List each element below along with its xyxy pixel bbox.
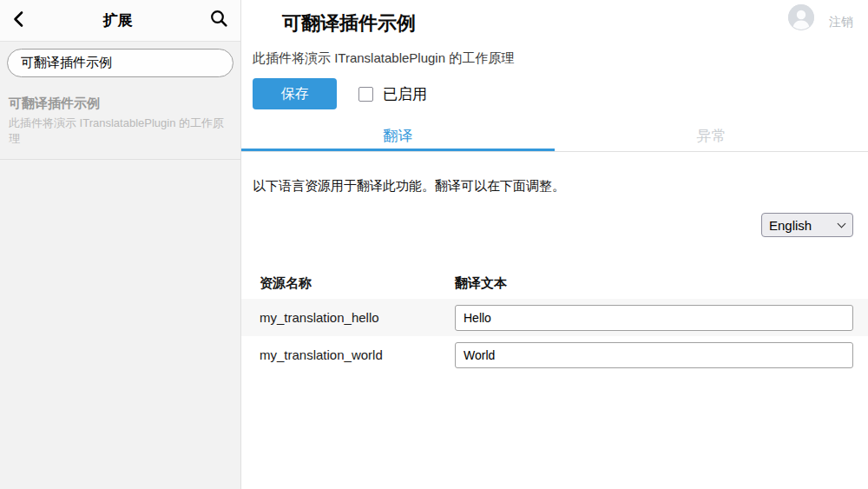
sidebar: 扩展 可翻译插件示例 此插件将演示 ITranslatablePlugin 的工… xyxy=(0,0,241,489)
translation-cell xyxy=(455,305,868,331)
resource-table: 资源名称 翻译文本 my_translation_hello my_transl… xyxy=(241,268,868,373)
tab-translations[interactable]: 翻译 xyxy=(241,121,555,151)
sidebar-search xyxy=(7,49,233,77)
translation-input-world[interactable] xyxy=(455,342,853,368)
controls-row: 保存 已启用 xyxy=(253,78,868,109)
translation-input-hello[interactable] xyxy=(455,305,853,331)
enabled-checkbox-label: 已启用 xyxy=(383,84,427,104)
table-row: my_translation_hello xyxy=(241,299,868,336)
enabled-checkbox[interactable] xyxy=(358,87,373,102)
enabled-checkbox-group[interactable]: 已启用 xyxy=(358,84,427,104)
page-title: 可翻译插件示例 xyxy=(282,10,788,36)
language-select-wrap: English xyxy=(761,213,853,237)
save-button[interactable]: 保存 xyxy=(253,78,337,109)
user-avatar-icon[interactable] xyxy=(788,4,814,30)
language-row: English xyxy=(241,213,868,237)
sidebar-plugin-item[interactable]: 可翻译插件示例 此插件将演示 ITranslatablePlugin 的工作原理 xyxy=(0,88,240,160)
column-header-translated-text: 翻译文本 xyxy=(455,275,868,292)
resource-name: my_translation_world xyxy=(241,347,455,362)
column-header-resource-name: 资源名称 xyxy=(241,275,455,292)
table-row: my_translation_world xyxy=(241,336,868,373)
chevron-left-icon xyxy=(12,10,25,31)
tab-exceptions[interactable]: 异常 xyxy=(555,121,868,151)
back-button[interactable] xyxy=(12,10,25,31)
logout-link[interactable]: 注销 xyxy=(829,15,853,30)
tab-bar: 翻译 异常 xyxy=(241,121,868,152)
search-icon xyxy=(210,10,228,31)
search-button[interactable] xyxy=(210,10,228,31)
user-area: 注销 xyxy=(788,4,853,30)
language-select[interactable]: English xyxy=(761,213,853,237)
plugin-item-description: 此插件将演示 ITranslatablePlugin 的工作原理 xyxy=(9,116,232,147)
resource-name: my_translation_hello xyxy=(241,310,455,325)
plugin-search-input[interactable] xyxy=(7,49,233,77)
sidebar-title: 扩展 xyxy=(25,10,210,30)
sidebar-topbar: 扩展 xyxy=(0,0,240,42)
main-content: 可翻译插件示例 注销 此插件将演示 ITranslatablePlugin 的工… xyxy=(241,0,868,489)
plugin-item-name: 可翻译插件示例 xyxy=(9,96,232,112)
main-header: 可翻译插件示例 注销 xyxy=(241,0,868,47)
plugin-description: 此插件将演示 ITranslatablePlugin 的工作原理 xyxy=(253,50,868,67)
intro-text: 以下语言资源用于翻译此功能。翻译可以在下面调整。 xyxy=(253,178,868,195)
translation-cell xyxy=(455,342,868,368)
table-header-row: 资源名称 翻译文本 xyxy=(241,268,868,299)
